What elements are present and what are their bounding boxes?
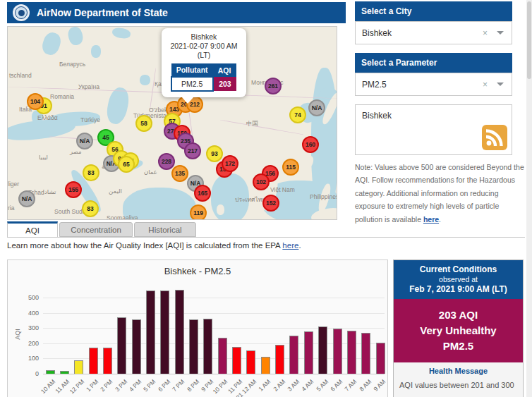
chart-bar[interactable] [175, 290, 184, 374]
chart-bar[interactable] [261, 357, 270, 374]
city-clear-icon[interactable]: × [483, 28, 488, 38]
current-aqi-banner: 203 AQI Very Unhealthy PM2.5 [394, 299, 523, 362]
parameter-select[interactable]: PM2.5 × [355, 73, 512, 96]
map-water-shape [111, 27, 131, 39]
tab-aqi[interactable]: AQI [7, 221, 58, 237]
map-marker-aqi[interactable]: 119 [190, 204, 207, 220]
chart-bar[interactable] [347, 331, 356, 374]
map-marker-aqi[interactable]: 65 [118, 156, 135, 173]
map-water-shape [140, 75, 150, 85]
chart-bar[interactable] [132, 319, 141, 374]
map-place-label: Türkiye [80, 116, 100, 123]
learn-more-here-link[interactable]: here [282, 241, 298, 250]
map-water-shape [40, 30, 64, 57]
chart-gridline [43, 374, 385, 374]
chart-y-tick-label: 200 [19, 340, 39, 347]
parameter-clear-icon[interactable]: × [483, 80, 488, 90]
map-place-label: تشاد [44, 188, 56, 195]
chart-bar[interactable] [203, 319, 212, 374]
tab-concentration[interactable]: Concentration [59, 222, 133, 237]
map-marker-aqi[interactable]: N/A [308, 99, 325, 116]
current-conditions-panel: Current Conditions observed at Feb 7, 20… [393, 259, 524, 397]
map-place-label: tschland [9, 72, 32, 79]
map-marker-aqi[interactable]: 74 [289, 106, 306, 123]
chart-bar[interactable] [289, 336, 298, 374]
parameter-chevron-down-icon[interactable] [497, 83, 504, 86]
chart-bar[interactable] [146, 291, 155, 374]
map-marker-aqi[interactable]: 172 [222, 155, 238, 172]
chart-bar[interactable] [46, 370, 55, 374]
current-aqi-value: 203 AQI [397, 307, 520, 323]
scrollbar-thumb[interactable] [527, 1, 531, 79]
current-conditions-datetime: Feb 7, 2021 9:00 AM (LT) [397, 284, 520, 294]
map-place-label: Ελλάδα [37, 114, 58, 121]
map-marker-aqi[interactable]: 83 [82, 200, 99, 217]
learn-more-text: Learn more about how the Air Quality Ind… [7, 241, 301, 250]
chart-bar[interactable] [318, 326, 327, 374]
map-place-label: عمان [144, 169, 157, 176]
map-marker-aqi[interactable]: 155 [65, 181, 82, 198]
rss-icon[interactable] [482, 125, 507, 150]
chart-bar[interactable] [60, 371, 69, 374]
map-marker-aqi[interactable]: 135 [171, 165, 188, 182]
chart-bar[interactable] [246, 350, 255, 374]
note-here-link[interactable]: here [423, 215, 439, 224]
map-place-label: Україна [78, 83, 99, 90]
chart-bar[interactable] [218, 338, 227, 374]
map-place-label: ประเทศไทย [235, 195, 265, 204]
map-marker-aqi[interactable]: 160 [302, 136, 319, 153]
map-marker-aqi[interactable]: 102 [253, 173, 270, 190]
map-marker-aqi[interactable]: N/A [18, 190, 35, 207]
chart-bar[interactable] [361, 333, 370, 374]
current-conditions-header: Current Conditions observed at Feb 7, 20… [394, 260, 523, 299]
map-marker-aqi[interactable]: 83 [83, 164, 99, 181]
tab-historical[interactable]: Historical [134, 222, 196, 237]
current-aqi-pollutant: PM2.5 [397, 338, 520, 354]
aqi-map[interactable]: tschlandБеларусьУкраїнаRomaniaItaliaΕλλά… [7, 26, 337, 220]
chart-gridline [43, 313, 385, 314]
tabs-divider [7, 237, 525, 238]
map-marker-aqi[interactable]: 104 [27, 93, 44, 110]
city-chevron-down-icon[interactable] [497, 31, 504, 35]
chart-bar[interactable] [304, 331, 313, 374]
map-water-shape [67, 26, 85, 47]
map-marker-aqi[interactable]: 93 [206, 145, 223, 162]
state-department-seal-icon [13, 4, 30, 21]
chart-bar[interactable] [103, 348, 112, 374]
chart-gridline [43, 298, 385, 298]
aqi-chart: Bishkek - PM2.5 AQI 010020030040050010 A… [7, 259, 388, 397]
popup-aqi-value: 203 [213, 77, 237, 91]
popup-datetime: 2021-02-07 9:00 AM [166, 42, 242, 51]
map-land-shape [217, 204, 224, 215]
map-border-line [220, 120, 303, 135]
page-scrollbar[interactable] [526, 0, 532, 397]
chart-bar[interactable] [117, 317, 126, 374]
chart-bar[interactable] [333, 329, 342, 374]
chart-bar[interactable] [89, 348, 98, 374]
chart-bar[interactable] [160, 291, 169, 374]
city-select[interactable]: Bishkek × [355, 21, 512, 44]
map-marker-aqi[interactable]: 261 [265, 78, 282, 94]
map-marker-aqi[interactable]: 217 [184, 142, 201, 159]
chart-bar[interactable] [275, 345, 284, 374]
popup-lt: (LT) [166, 51, 242, 60]
popup-aqi-header: AQI [213, 63, 237, 77]
popup-arrow [181, 97, 194, 104]
chart-bar[interactable] [74, 360, 83, 374]
map-place-label: liger [8, 181, 19, 188]
select-city-header: Select a City [355, 1, 512, 21]
map-marker-aqi[interactable]: 58 [135, 115, 152, 132]
chart-bar[interactable] [189, 319, 198, 374]
map-marker-aqi[interactable]: 152 [262, 195, 279, 212]
map-marker-aqi[interactable]: N/A [76, 133, 93, 149]
chart-y-tick-label: 300 [19, 324, 39, 331]
map-water-shape [91, 45, 101, 58]
map-marker-aqi[interactable]: 228 [158, 153, 175, 170]
select-parameter-header: Select a Parameter [355, 53, 512, 73]
map-border-line [150, 68, 157, 111]
map-marker-aqi[interactable]: 115 [282, 159, 299, 176]
chart-bar[interactable] [232, 347, 241, 374]
chart-y-tick-label: 0 [19, 370, 39, 377]
chart-bar[interactable] [376, 343, 385, 374]
map-marker-aqi[interactable]: 165 [194, 185, 211, 202]
